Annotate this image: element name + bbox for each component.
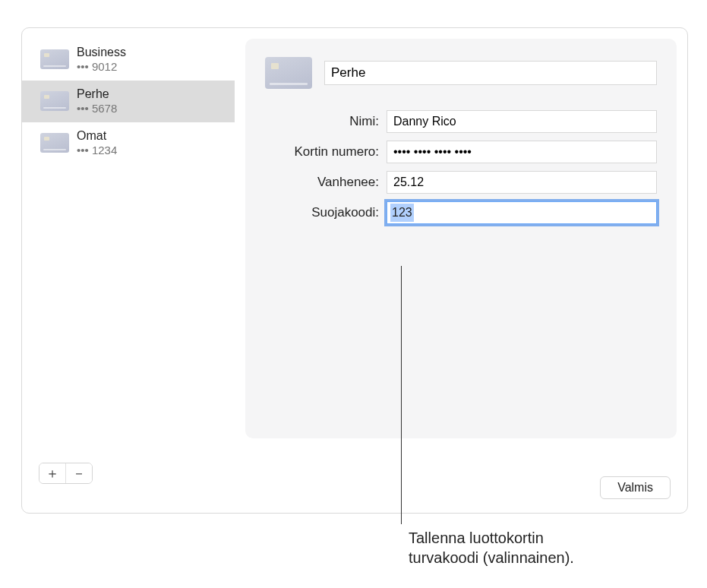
callout-leader-line bbox=[401, 266, 402, 524]
card-number-input[interactable] bbox=[387, 141, 657, 163]
credit-card-icon bbox=[265, 57, 312, 89]
minus-icon: － bbox=[72, 466, 86, 480]
card-name-label: Perhe bbox=[77, 87, 117, 102]
security-input-wrap: 123 bbox=[387, 201, 657, 224]
credit-card-icon bbox=[40, 133, 69, 153]
remove-button[interactable]: － bbox=[66, 463, 92, 483]
card-number-masked: ••• 1234 bbox=[77, 144, 117, 158]
card-number-masked: ••• 5678 bbox=[77, 102, 117, 116]
detail-header bbox=[265, 57, 657, 89]
card-text: Perhe ••• 5678 bbox=[77, 87, 117, 116]
callout-text: Tallenna luottokortin turvakoodi (valinn… bbox=[409, 528, 652, 567]
callout-line1: Tallenna luottokortin bbox=[409, 530, 544, 546]
label-name: Nimi: bbox=[265, 114, 387, 129]
content-area: Business ••• 9012 Perhe ••• 5678 Omat bbox=[22, 28, 687, 438]
callout-line2: turvakoodi (valinnainen). bbox=[409, 549, 574, 566]
detail-panel: Nimi: Kortin numero: Vanhenee: Suojakood… bbox=[245, 39, 677, 438]
label-expires: Vanhenee: bbox=[265, 175, 387, 190]
card-text: Omat ••• 1234 bbox=[77, 128, 117, 158]
credit-card-icon bbox=[40, 91, 69, 111]
expiry-input[interactable] bbox=[387, 171, 657, 194]
row-expires: Vanhenee: bbox=[265, 171, 657, 194]
autofill-cards-window: Business ••• 9012 Perhe ••• 5678 Omat bbox=[21, 27, 688, 514]
label-number: Kortin numero: bbox=[265, 144, 387, 160]
add-button[interactable]: ＋ bbox=[39, 463, 65, 483]
plus-icon: ＋ bbox=[46, 466, 59, 480]
card-sidebar: Business ••• 9012 Perhe ••• 5678 Omat bbox=[22, 39, 235, 438]
card-item-business[interactable]: Business ••• 9012 bbox=[22, 39, 235, 81]
card-name-label: Business bbox=[77, 45, 126, 60]
done-button[interactable]: Valmis bbox=[600, 476, 671, 499]
row-security: Suojakoodi: 123 bbox=[265, 201, 657, 224]
security-code-input[interactable] bbox=[387, 201, 657, 224]
cardholder-name-input[interactable] bbox=[387, 110, 657, 133]
row-name: Nimi: bbox=[265, 110, 657, 133]
card-description-input[interactable] bbox=[324, 61, 657, 85]
card-item-perhe[interactable]: Perhe ••• 5678 bbox=[22, 81, 235, 122]
card-list: Business ••• 9012 Perhe ••• 5678 Omat bbox=[22, 39, 235, 438]
card-name-label: Omat bbox=[77, 128, 117, 144]
card-number-masked: ••• 9012 bbox=[77, 60, 126, 74]
credit-card-icon bbox=[40, 49, 69, 69]
card-text: Business ••• 9012 bbox=[77, 45, 126, 74]
label-security: Suojakoodi: bbox=[265, 205, 387, 220]
footer: ＋ － Valmis bbox=[22, 447, 687, 513]
add-remove-group: ＋ － bbox=[39, 463, 93, 484]
row-number: Kortin numero: bbox=[265, 141, 657, 163]
card-item-omat[interactable]: Omat ••• 1234 bbox=[22, 122, 235, 164]
